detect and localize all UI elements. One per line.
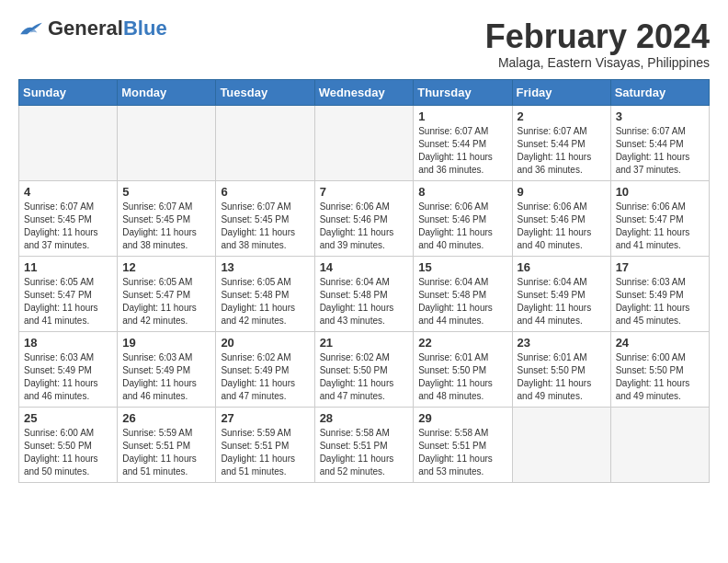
- calendar-cell: 13Sunrise: 6:05 AM Sunset: 5:48 PM Dayli…: [216, 256, 314, 331]
- day-number: 6: [221, 185, 309, 199]
- day-info: Sunrise: 6:07 AM Sunset: 5:44 PM Dayligh…: [418, 125, 506, 177]
- logo-bird-icon: [18, 19, 44, 38]
- day-number: 14: [320, 260, 409, 274]
- day-number: 2: [518, 109, 606, 123]
- calendar-cell: 26Sunrise: 5:59 AM Sunset: 5:51 PM Dayli…: [118, 407, 216, 482]
- day-info: Sunrise: 6:07 AM Sunset: 5:45 PM Dayligh…: [24, 201, 112, 252]
- day-number: 17: [616, 260, 704, 274]
- calendar-cell: 28Sunrise: 5:58 AM Sunset: 5:51 PM Dayli…: [314, 407, 414, 482]
- day-info: Sunrise: 6:01 AM Sunset: 5:50 PM Dayligh…: [418, 351, 506, 403]
- day-info: Sunrise: 6:00 AM Sunset: 5:50 PM Dayligh…: [616, 351, 704, 403]
- calendar-header-saturday: Saturday: [610, 79, 709, 105]
- day-info: Sunrise: 6:04 AM Sunset: 5:49 PM Dayligh…: [518, 276, 606, 327]
- day-number: 11: [24, 260, 112, 274]
- calendar-week-row: 11Sunrise: 6:05 AM Sunset: 5:47 PM Dayli…: [19, 256, 710, 331]
- day-number: 13: [221, 260, 309, 274]
- day-number: 3: [616, 109, 704, 123]
- calendar-cell: 3Sunrise: 6:07 AM Sunset: 5:44 PM Daylig…: [610, 105, 709, 180]
- calendar-cell: 23Sunrise: 6:01 AM Sunset: 5:50 PM Dayli…: [512, 331, 610, 407]
- day-info: Sunrise: 6:05 AM Sunset: 5:47 PM Dayligh…: [24, 276, 112, 327]
- day-number: 21: [320, 336, 409, 350]
- day-info: Sunrise: 6:07 AM Sunset: 5:45 PM Dayligh…: [122, 201, 210, 252]
- day-info: Sunrise: 6:03 AM Sunset: 5:49 PM Dayligh…: [616, 276, 704, 327]
- calendar-week-row: 4Sunrise: 6:07 AM Sunset: 5:45 PM Daylig…: [19, 180, 710, 256]
- calendar-header-wednesday: Wednesday: [314, 79, 414, 105]
- calendar-cell: 18Sunrise: 6:03 AM Sunset: 5:49 PM Dayli…: [19, 331, 118, 407]
- calendar-week-row: 1Sunrise: 6:07 AM Sunset: 5:44 PM Daylig…: [19, 105, 710, 180]
- day-info: Sunrise: 6:04 AM Sunset: 5:48 PM Dayligh…: [418, 276, 506, 327]
- day-number: 25: [24, 411, 112, 425]
- day-number: 20: [221, 336, 309, 350]
- calendar-header-friday: Friday: [512, 79, 610, 105]
- calendar-cell: 20Sunrise: 6:02 AM Sunset: 5:49 PM Dayli…: [216, 331, 314, 407]
- calendar-header-thursday: Thursday: [414, 79, 512, 105]
- day-info: Sunrise: 5:58 AM Sunset: 5:51 PM Dayligh…: [320, 427, 409, 478]
- day-number: 15: [418, 260, 506, 274]
- day-number: 24: [616, 336, 704, 350]
- day-number: 18: [24, 336, 112, 350]
- calendar-cell: 6Sunrise: 6:07 AM Sunset: 5:45 PM Daylig…: [216, 180, 314, 256]
- day-info: Sunrise: 6:02 AM Sunset: 5:49 PM Dayligh…: [221, 351, 309, 403]
- calendar-cell: 22Sunrise: 6:01 AM Sunset: 5:50 PM Dayli…: [414, 331, 512, 407]
- calendar-cell: 8Sunrise: 6:06 AM Sunset: 5:46 PM Daylig…: [414, 180, 512, 256]
- logo: GeneralBlue: [18, 18, 167, 39]
- calendar-cell: 11Sunrise: 6:05 AM Sunset: 5:47 PM Dayli…: [19, 256, 118, 331]
- calendar-cell: 16Sunrise: 6:04 AM Sunset: 5:49 PM Dayli…: [512, 256, 610, 331]
- calendar-cell: 15Sunrise: 6:04 AM Sunset: 5:48 PM Dayli…: [414, 256, 512, 331]
- day-number: 19: [122, 336, 210, 350]
- day-info: Sunrise: 6:07 AM Sunset: 5:44 PM Dayligh…: [518, 125, 606, 177]
- day-info: Sunrise: 6:00 AM Sunset: 5:50 PM Dayligh…: [24, 427, 112, 478]
- calendar-cell: [512, 407, 610, 482]
- day-info: Sunrise: 6:06 AM Sunset: 5:46 PM Dayligh…: [418, 201, 506, 252]
- calendar-cell: 14Sunrise: 6:04 AM Sunset: 5:48 PM Dayli…: [314, 256, 414, 331]
- calendar-header-monday: Monday: [118, 79, 216, 105]
- calendar-cell: [118, 105, 216, 180]
- calendar-header-tuesday: Tuesday: [216, 79, 314, 105]
- calendar-cell: [610, 407, 709, 482]
- location-subtitle: Malaga, Eastern Visayas, Philippines: [485, 55, 710, 70]
- day-info: Sunrise: 6:06 AM Sunset: 5:46 PM Dayligh…: [320, 201, 409, 252]
- day-info: Sunrise: 6:07 AM Sunset: 5:45 PM Dayligh…: [221, 201, 309, 252]
- calendar-cell: 24Sunrise: 6:00 AM Sunset: 5:50 PM Dayli…: [610, 331, 709, 407]
- day-number: 10: [616, 185, 704, 199]
- day-info: Sunrise: 6:01 AM Sunset: 5:50 PM Dayligh…: [518, 351, 606, 403]
- day-number: 29: [418, 411, 506, 425]
- calendar-cell: 21Sunrise: 6:02 AM Sunset: 5:50 PM Dayli…: [314, 331, 414, 407]
- calendar-cell: 25Sunrise: 6:00 AM Sunset: 5:50 PM Dayli…: [19, 407, 118, 482]
- day-info: Sunrise: 6:06 AM Sunset: 5:46 PM Dayligh…: [518, 201, 606, 252]
- calendar-cell: [19, 105, 118, 180]
- day-info: Sunrise: 6:06 AM Sunset: 5:47 PM Dayligh…: [616, 201, 704, 252]
- day-number: 22: [418, 336, 506, 350]
- month-year-title: February 2024: [485, 18, 710, 55]
- calendar-cell: 27Sunrise: 5:59 AM Sunset: 5:51 PM Dayli…: [216, 407, 314, 482]
- day-number: 23: [518, 336, 606, 350]
- day-number: 4: [24, 185, 112, 199]
- calendar-cell: 7Sunrise: 6:06 AM Sunset: 5:46 PM Daylig…: [314, 180, 414, 256]
- calendar-cell: 5Sunrise: 6:07 AM Sunset: 5:45 PM Daylig…: [118, 180, 216, 256]
- calendar-week-row: 25Sunrise: 6:00 AM Sunset: 5:50 PM Dayli…: [19, 407, 710, 482]
- page-header: GeneralBlue February 2024 Malaga, Easter…: [18, 18, 710, 70]
- day-number: 27: [221, 411, 309, 425]
- day-info: Sunrise: 5:59 AM Sunset: 5:51 PM Dayligh…: [221, 427, 309, 478]
- calendar-cell: 12Sunrise: 6:05 AM Sunset: 5:47 PM Dayli…: [118, 256, 216, 331]
- calendar-cell: 17Sunrise: 6:03 AM Sunset: 5:49 PM Dayli…: [610, 256, 709, 331]
- calendar-cell: 1Sunrise: 6:07 AM Sunset: 5:44 PM Daylig…: [414, 105, 512, 180]
- day-number: 8: [418, 185, 506, 199]
- day-number: 5: [122, 185, 210, 199]
- calendar-header-row: SundayMondayTuesdayWednesdayThursdayFrid…: [19, 79, 710, 105]
- calendar-cell: 19Sunrise: 6:03 AM Sunset: 5:49 PM Dayli…: [118, 331, 216, 407]
- day-info: Sunrise: 6:07 AM Sunset: 5:44 PM Dayligh…: [616, 125, 704, 177]
- day-info: Sunrise: 5:58 AM Sunset: 5:51 PM Dayligh…: [418, 427, 506, 478]
- calendar-header-sunday: Sunday: [19, 79, 118, 105]
- calendar-cell: 9Sunrise: 6:06 AM Sunset: 5:46 PM Daylig…: [512, 180, 610, 256]
- day-number: 16: [518, 260, 606, 274]
- calendar-cell: 4Sunrise: 6:07 AM Sunset: 5:45 PM Daylig…: [19, 180, 118, 256]
- calendar-week-row: 18Sunrise: 6:03 AM Sunset: 5:49 PM Dayli…: [19, 331, 710, 407]
- calendar-cell: [314, 105, 414, 180]
- day-info: Sunrise: 5:59 AM Sunset: 5:51 PM Dayligh…: [122, 427, 210, 478]
- logo-text: GeneralBlue: [48, 18, 167, 39]
- day-info: Sunrise: 6:02 AM Sunset: 5:50 PM Dayligh…: [320, 351, 409, 403]
- day-number: 28: [320, 411, 409, 425]
- day-info: Sunrise: 6:05 AM Sunset: 5:48 PM Dayligh…: [221, 276, 309, 327]
- day-number: 9: [518, 185, 606, 199]
